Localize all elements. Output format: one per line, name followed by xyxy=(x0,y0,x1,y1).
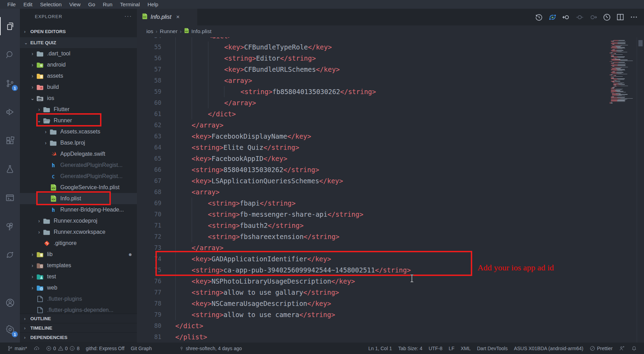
chevron-right-icon[interactable]: › xyxy=(29,51,36,56)
tree-item-appdelegate-swift[interactable]: AppDelegate.swift xyxy=(20,148,137,160)
tree-item--flutter-plugins[interactable]: .flutter-plugins xyxy=(20,293,137,305)
tree-item-googleservice-info-plist[interactable]: <>GoogleService-Info.plist xyxy=(20,182,137,193)
code-line-61[interactable]: 61 </dict> xyxy=(137,108,644,120)
code-line-66[interactable]: 66 <string>858040135030262</string> xyxy=(137,164,644,175)
open-editors-section[interactable]: › OPEN EDITORS xyxy=(20,26,137,37)
status-dart-devtools[interactable]: Dart DevTools xyxy=(474,343,511,354)
todo-tree-icon[interactable] xyxy=(0,217,20,235)
code-line-59[interactable]: 59 <string>fb858040135030262</string> xyxy=(137,86,644,97)
code-line-75[interactable]: 75 <string>ca-app-pub-3940256099942544~1… xyxy=(137,264,644,276)
status-language-mode[interactable]: XML xyxy=(458,343,474,354)
gitlens-diff-icon[interactable] xyxy=(0,246,20,264)
code-line-54[interactable]: 54 <dict> xyxy=(137,37,644,41)
tree-item-lib[interactable]: ›lib● xyxy=(20,249,137,260)
tree-item-web[interactable]: ›web xyxy=(20,282,137,293)
more-actions-icon[interactable] xyxy=(629,12,639,22)
status-githd[interactable]: githd: Express Off xyxy=(83,343,128,354)
code-line-55[interactable]: 55 <key>CFBundleTypeRole</key> xyxy=(137,41,644,53)
tree-item-runner[interactable]: ⌄Runner xyxy=(20,115,137,126)
status-publish[interactable] xyxy=(30,343,43,354)
chevron-right-icon[interactable]: › xyxy=(36,107,43,112)
minimap[interactable] xyxy=(608,37,637,343)
section-dependencies[interactable]: ›DEPENDENCIES xyxy=(20,332,137,342)
tree-item-assets-xcassets[interactable]: ›Assets.xcassets xyxy=(20,126,137,137)
tree-item-ios[interactable]: ⌄iosios xyxy=(20,93,137,104)
menu-item-edit[interactable]: Edit xyxy=(20,1,36,7)
tree-item-assets[interactable]: ›assets xyxy=(20,70,137,82)
tree-item-flutter[interactable]: ›Flutter xyxy=(20,104,137,115)
tree-item-generatedpluginregist-[interactable]: CGeneratedPluginRegist... xyxy=(20,171,137,182)
code-line-67[interactable]: 67 <key>LSApplicationQueriesSchemes</key… xyxy=(137,175,644,186)
code-line-81[interactable]: 81</plist> xyxy=(137,331,644,343)
code-area[interactable]: 54 <dict>55 <key>CFBundleTypeRole</key>5… xyxy=(137,37,644,343)
code-line-79[interactable]: 79 <string>allow to use camera</string> xyxy=(137,309,644,320)
code-line-72[interactable]: 72 <string>fbshareextension</string> xyxy=(137,231,644,242)
code-line-77[interactable]: 77 <string>allow to use gallary</string> xyxy=(137,287,644,298)
code-line-78[interactable]: 78 <key>NSCameraUsageDescription</key> xyxy=(137,298,644,309)
run-debug-icon[interactable] xyxy=(0,103,20,121)
next-change-icon[interactable] xyxy=(588,12,598,22)
test-beaker-icon[interactable] xyxy=(0,160,20,178)
status-commit-info[interactable]: shree-softech, 4 days ago xyxy=(176,343,245,354)
tab-info-plist[interactable]: <> Info.plist × xyxy=(137,9,197,25)
menu-item-file[interactable]: File xyxy=(3,1,20,7)
code-line-57[interactable]: 57 <key>CFBundleURLSchemes</key> xyxy=(137,64,644,75)
gitlens-compare-icon[interactable] xyxy=(547,12,558,22)
code-line-63[interactable]: 63 <key>FacebookDisplayName</key> xyxy=(137,131,644,142)
menu-item-selection[interactable]: Selection xyxy=(36,1,66,7)
terminal-panel-icon[interactable] xyxy=(0,188,20,207)
code-line-58[interactable]: 58 <array> xyxy=(137,75,644,86)
chevron-right-icon[interactable]: › xyxy=(42,129,49,134)
chevron-right-icon[interactable]: › xyxy=(29,274,36,279)
code-line-76[interactable]: 76 <key>NSPhotoLibraryUsageDescription</… xyxy=(137,276,644,287)
tree-item-build[interactable]: ›build xyxy=(20,82,137,93)
status-tab-size[interactable]: Tab Size: 4 xyxy=(395,343,426,354)
tree-item-base-lproj[interactable]: ›Base.lproj xyxy=(20,137,137,148)
settings-gear-icon[interactable]: 1 xyxy=(0,321,20,339)
status-prettier[interactable]: Prettier xyxy=(586,343,616,354)
chevron-right-icon[interactable]: › xyxy=(29,62,36,68)
code-line-68[interactable]: 68 <array> xyxy=(137,186,644,198)
tree-item-runner-xcworkspace[interactable]: ›Runner.xcworkspace xyxy=(20,226,137,238)
tree-item-android[interactable]: ›android xyxy=(20,59,137,70)
section-outline[interactable]: ›OUTLINE xyxy=(20,314,137,323)
history-icon[interactable] xyxy=(534,12,544,22)
menu-item-view[interactable]: View xyxy=(66,1,84,7)
status-cursor-position[interactable]: Ln 1, Col 1 xyxy=(365,343,395,354)
breadcrumb-item-runner[interactable]: Runner xyxy=(160,28,178,34)
chevron-right-icon[interactable]: › xyxy=(42,140,49,146)
scrollbar-thumb[interactable] xyxy=(638,40,643,46)
code-line-71[interactable]: 71 <string>fbauth2</string> xyxy=(137,220,644,231)
source-control-icon[interactable]: 1 xyxy=(0,74,20,92)
code-line-60[interactable]: 60 </array> xyxy=(137,97,644,108)
code-line-69[interactable]: 69 <string>fbapi</string> xyxy=(137,198,644,209)
code-line-73[interactable]: 73 </array> xyxy=(137,242,644,253)
code-line-64[interactable]: 64 <string>Elite Quiz</string> xyxy=(137,142,644,153)
section-timeline[interactable]: ›TIMELINE xyxy=(20,323,137,332)
change-icon[interactable] xyxy=(574,12,585,22)
chevron-down-icon[interactable]: ⌄ xyxy=(36,118,43,123)
code-line-65[interactable]: 65 <key>FacebookAppID</key> xyxy=(137,153,644,164)
extensions-icon[interactable] xyxy=(0,131,20,149)
tree-item--dart-tool[interactable]: ›.dart_tool xyxy=(20,48,137,59)
status-notifications[interactable] xyxy=(628,343,640,354)
status-git-branch[interactable]: main* xyxy=(4,343,30,354)
chevron-down-icon[interactable]: ⌄ xyxy=(29,95,36,101)
status-encoding[interactable]: UTF-8 xyxy=(426,343,446,354)
code-line-80[interactable]: 80</dict> xyxy=(137,320,644,331)
account-icon[interactable] xyxy=(0,294,20,312)
timeline-clock-icon[interactable] xyxy=(601,12,612,22)
status-problems[interactable]: 008 xyxy=(43,343,83,354)
prev-change-icon[interactable] xyxy=(561,12,571,22)
tree-item-test[interactable]: ›test xyxy=(20,271,137,282)
menu-item-help[interactable]: Help xyxy=(144,1,162,7)
status-feedback[interactable] xyxy=(616,343,628,354)
breadcrumb-item-ios[interactable]: ios xyxy=(146,28,153,34)
explorer-more-actions[interactable]: ··· xyxy=(124,13,132,20)
code-line-56[interactable]: 56 <string>Editor</string> xyxy=(137,53,644,64)
code-line-62[interactable]: 62 </array> xyxy=(137,120,644,131)
chevron-right-icon[interactable]: › xyxy=(29,263,36,268)
chevron-right-icon[interactable]: › xyxy=(29,252,36,257)
tree-item-generatedpluginregist-[interactable]: hGeneratedPluginRegist... xyxy=(20,160,137,171)
status-git-graph[interactable]: Git Graph xyxy=(128,343,155,354)
